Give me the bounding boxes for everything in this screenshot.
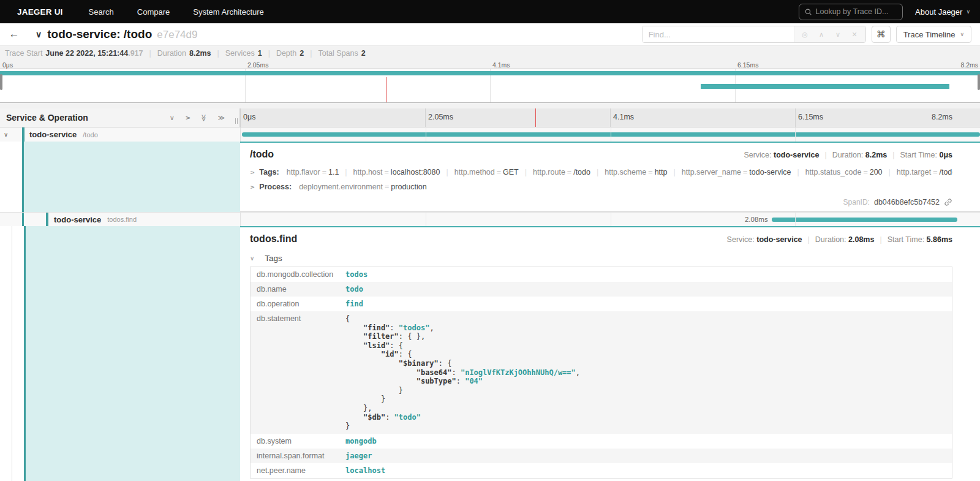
nav-link-search[interactable]: Search (89, 7, 114, 17)
detail-meta-label: Duration: (832, 151, 865, 159)
expand-one-icon[interactable]: ∨ (184, 115, 190, 120)
process-accordion-todo[interactable]: ∨ Process: deployment.environment=produc… (250, 183, 952, 191)
tag-key: http.host (353, 168, 383, 176)
collapse-all-icon[interactable]: ≫ (200, 114, 207, 121)
span-bar-todos-find[interactable] (772, 218, 957, 222)
tags-section-accordion[interactable]: ∨ Tags (250, 254, 952, 263)
collapse-trace-chevron-icon[interactable]: ∨ (36, 29, 42, 39)
tags-accordion-todo[interactable]: ∨ Tags: http.flavor=1.1|http.host=localh… (250, 168, 952, 176)
range-scrubber-right[interactable] (978, 74, 980, 90)
next-match-icon[interactable]: ∨ (830, 31, 846, 39)
trace-lookup-input[interactable] (816, 7, 897, 16)
json-segment (345, 350, 381, 358)
minimap-canvas[interactable] (0, 69, 980, 103)
tag-pill: http.scheme=http (605, 168, 667, 176)
nav-link-compare[interactable]: Compare (137, 7, 170, 17)
tag-table-row: db.operationfind (251, 297, 952, 311)
trace-page-header: ← ∨ todo-service: /todoe7e74d9 ◎ ∧ ∨ × ⌘… (0, 23, 980, 46)
json-segment (345, 359, 399, 368)
pill-separator: | (889, 168, 891, 176)
span-timeline-cell-todo[interactable] (240, 127, 980, 142)
span-timeline-cell-todos-find[interactable]: 2.08ms (240, 213, 980, 226)
trace-lookup-box[interactable] (799, 4, 903, 20)
summary-value: 2 (361, 49, 366, 58)
json-line: "base64": "nIoglVfKTzKjOOhhNUhQ/w==", (345, 368, 946, 377)
chevron-down-icon: ∨ (960, 32, 964, 37)
expand-all-icon[interactable]: ≫ (217, 115, 225, 121)
span-duration-label: 2.08ms (745, 216, 772, 223)
about-jaeger-menu[interactable]: About Jaeger ∨ (915, 7, 970, 17)
json-segment: { (345, 314, 350, 323)
minimap-tick-label: 0μs (0, 61, 13, 69)
trace-header-controls: ◎ ∧ ∨ × ⌘ Trace Timeline ∨ (642, 26, 971, 43)
detail-meta-item: Service: todo-service (744, 151, 819, 159)
summary-separator: | (310, 49, 312, 58)
span-detail-row-todo: /todo Service: todo-service|Duration: 8.… (0, 142, 980, 212)
trace-view-selector[interactable]: Trace Timeline ∨ (896, 26, 971, 43)
json-line: "subType": "04" (345, 377, 946, 386)
process-accordion-label: Process: (259, 183, 292, 191)
tag-value: production (391, 183, 426, 191)
back-button[interactable]: ← (0, 28, 28, 40)
find-input[interactable] (643, 26, 794, 42)
span-service-name: todo-service (29, 130, 77, 139)
column-resize-grip[interactable] (235, 118, 238, 124)
nav-link-system-architecture[interactable]: System Architecture (193, 7, 264, 17)
json-segment: : { (439, 359, 452, 368)
summary-value: 2 (300, 49, 304, 58)
json-line: "$db": "todo" (345, 413, 946, 422)
timeline-header: Service & Operation ∨ ∨ ≫ ≫ 0μs2.05ms4.1… (0, 108, 980, 127)
pill-separator: | (673, 168, 675, 176)
span-id-row: SpanID: db046b8efc5b7452 (843, 198, 952, 206)
json-segment: : { (399, 350, 412, 358)
tag-key: deployment.environment (299, 183, 383, 191)
timeline-gridline (611, 213, 611, 226)
span-name-cell-todo[interactable]: ∨ todo-service /todo (0, 127, 240, 142)
json-segment: : { (390, 341, 403, 350)
tag-key: http.status_code (805, 168, 862, 176)
detail-meta-value: todo-service (756, 235, 802, 244)
tag-equals: = (931, 168, 939, 176)
span-detail-header-todo: /todo Service: todo-service|Duration: 8.… (250, 149, 952, 160)
json-segment (345, 413, 363, 422)
summary-value-suffix: .917 (128, 49, 143, 58)
span-operation-name: todos.find (107, 216, 137, 223)
span-name-cell-todos-find[interactable]: todo-service todos.find (0, 213, 240, 226)
tag-value: 1.1 (328, 168, 339, 176)
span-accent-bar (22, 127, 24, 142)
summary-item: Depth2 (276, 49, 304, 58)
json-segment: "04" (465, 377, 483, 385)
copy-link-icon[interactable] (944, 198, 952, 206)
range-scrubber-left[interactable] (0, 74, 2, 90)
clear-find-icon[interactable]: × (846, 29, 863, 39)
timeline-minimap: 0μs2.05ms4.1ms6.15ms8.2ms (0, 61, 980, 108)
timeline-ruler[interactable]: 0μs2.05ms4.1ms6.15ms8.2ms (240, 108, 980, 127)
app-brand[interactable]: JAEGER UI (17, 7, 63, 17)
tag-table-value: find (339, 297, 952, 311)
top-navbar: JAEGER UI SearchCompareSystem Architectu… (0, 0, 980, 23)
tag-table-row: internal.span.formatjaeger (251, 449, 952, 463)
json-segment: } (345, 395, 385, 403)
meta-separator: | (808, 235, 810, 244)
collapse-one-icon[interactable]: ∨ (170, 115, 175, 121)
span-row-todo[interactable]: ∨ todo-service /todo (0, 127, 980, 142)
parent-guide-line (22, 213, 24, 226)
keyboard-shortcuts-button[interactable]: ⌘ (872, 26, 891, 43)
json-segment: "todos" (399, 324, 430, 332)
trace-summary: Trace StartJune 22 2022, 15:21:44.917|Du… (0, 46, 980, 61)
match-focus-icon[interactable]: ◎ (797, 31, 813, 39)
collapse-children-icon[interactable]: ∨ (4, 131, 8, 138)
json-line: "$binary": { (345, 359, 946, 368)
tags-key-value-table: db.mongodb.collectiontodosdb.nametododb.… (250, 267, 952, 479)
prev-match-icon[interactable]: ∧ (813, 31, 830, 39)
tag-table-key: db.statement (251, 311, 340, 434)
tag-value: todo-service (749, 168, 791, 176)
json-segment: "subType" (417, 377, 456, 385)
tag-table-value: todos (339, 267, 952, 282)
process-pill-list: deployment.environment=production (299, 183, 427, 191)
detail-meta-label: Start Time: (900, 151, 940, 159)
tag-table-value: localhost (339, 463, 952, 479)
detail-meta-item: Duration: 8.2ms (832, 151, 888, 159)
span-row-todos-find[interactable]: todo-service todos.find 2.08ms (0, 212, 980, 226)
tag-equals: = (861, 168, 869, 176)
